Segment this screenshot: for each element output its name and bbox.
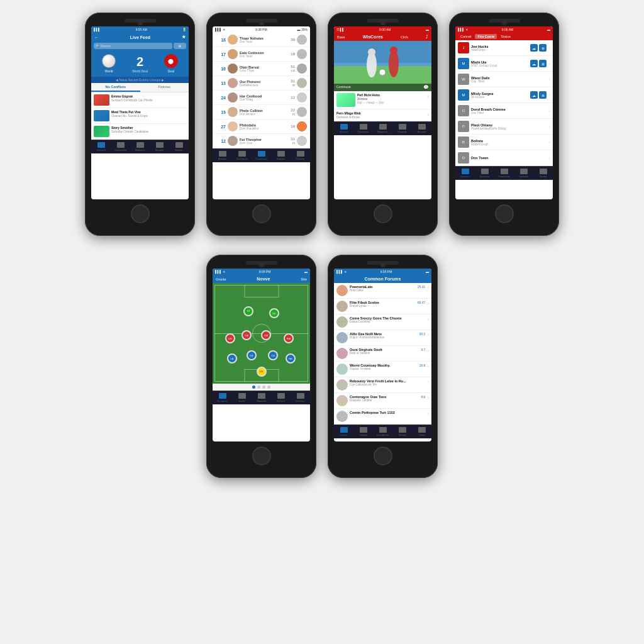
player-cb2[interactable]: CB [247,350,257,360]
forum-item-7[interactable]: Contoragos Ouw Teos Dospoito: Lhottter 9… [334,393,431,409]
feed-item-0[interactable]: Emma Gognat Sunday's Comeback Can Plexit… [91,92,189,108]
nav-squads[interactable]: Squads [150,142,169,152]
team-item-6[interactable]: B Boltote Eodal4.Drugh › [455,135,553,150]
forum-item-3[interactable]: Alllo Das Nolll Mets Dupol / Forthondort… [334,330,431,346]
stats-row-5[interactable]: 19 Phele Culltion Don Dontpor 2215 [213,105,310,119]
icon-btn-b[interactable]: ⊕ [539,44,547,52]
stats-row-7[interactable]: 12 Fat Theopher Dom Crux 3110 [213,134,310,148]
header-tab-fita[interactable]: Fita Coote [475,34,497,39]
nav4-2[interactable]: Scomest [475,169,494,178]
nav3-4[interactable]: Chaents [392,124,412,133]
player-gk[interactable]: GK [257,367,267,377]
nav5-3[interactable]: Blaontst [252,393,271,402]
stats-row-2[interactable]: 18 Olair Barsal Grba TTask 51133 [213,62,310,76]
nav-general[interactable]: General [91,142,111,152]
comment-icon[interactable]: 💬 [423,85,429,90]
forum-item-5[interactable]: Wornt Countoay Mocthy. Oupost. At tetest… [334,362,431,377]
nav3-5[interactable]: Emount [412,124,431,133]
header-tab-connel[interactable]: Connel [458,34,474,39]
novve-tab[interactable]: Novve [257,277,270,281]
nav6-2[interactable]: Transit [353,427,373,436]
nav2-1[interactable]: Articles [213,151,232,160]
nav6-5[interactable]: Trace [412,427,431,436]
nav6-1[interactable]: Inside [334,427,353,436]
click-tab[interactable]: Click [401,35,408,39]
nav6-3[interactable]: Conditions [373,427,392,436]
home-button-5[interactable] [252,447,271,465]
feed-item-2[interactable]: Story Smother Saturday Climatic Candidat… [91,124,189,140]
nav-events[interactable]: Events [169,142,189,152]
nav5-1[interactable]: Droupnts [213,393,232,402]
nav5-2[interactable]: Inomt [232,393,252,402]
stte-tab[interactable]: Stte [301,277,307,281]
nav5-5[interactable]: Comunt [291,393,310,402]
forum-item-4[interactable]: Ount Strghole Deolt Reot at Smetion 9.7 … [334,346,431,362]
nav4-3[interactable]: Comstents [494,169,514,178]
nav2-5[interactable]: Oments [291,151,310,160]
share-icon[interactable]: ⤴ [426,35,428,39]
home-button-2[interactable] [252,204,271,223]
nav4-4[interactable]: Levonte [514,169,533,178]
forum-item-2[interactable]: Come Sroccy Goos The Chunts Datoa.Comnti… [334,314,431,330]
icon-btn-3b[interactable]: ⊕ [539,91,547,99]
stats-row-3[interactable]: 13 Our Plotsost Danbided.auta 3130 [213,76,310,91]
team-item-4[interactable]: D Dond Breath Ctimme Oss Tilted › [455,103,553,119]
nav3-2[interactable]: Chements [353,124,373,133]
nav-comments[interactable]: Comments [111,142,130,152]
player-st[interactable]: ST [243,306,253,316]
team-item-1[interactable]: M Miaht Uie AT&T, Evilsup Group ☁ ⊕ › [455,56,553,72]
nav5-4[interactable]: Grcient [271,393,291,402]
player-rm[interactable]: RM [284,333,294,343]
stats-row-1[interactable]: 17 Eats Cotimson Don Team 18 [213,47,310,62]
nav3-1[interactable]: Visenst [334,124,353,133]
stats-row-4[interactable]: 24 Har Crothood Ooti TFlag 12 [213,91,310,105]
star-icon[interactable]: ★ [182,35,186,40]
nav4-1[interactable]: Isoment [455,169,475,178]
forum-item-6[interactable]: Reboutoy Virst Froilt Lelve Io Ru... Cos… [334,377,431,393]
player-cm2[interactable]: CM [242,330,252,340]
home-button-3[interactable] [374,204,392,223]
player-rb[interactable]: RB [286,353,296,364]
article-item-1[interactable]: Pern Mlage Web Donesot Arthuse › [334,109,431,121]
goatte-tab[interactable]: Goatte [216,277,226,281]
forum-item-1[interactable]: Flite Fibuk Scoles Ompot.Lyhoe 68.47 › [334,299,431,314]
tab-no-conflicts[interactable]: No Conflicts [91,83,140,92]
nav2-2[interactable]: Chements [232,151,252,160]
search-placeholder[interactable]: Search [101,44,111,48]
player-cb1[interactable]: CB [268,350,278,360]
tab-fixtures[interactable]: Fixtures [140,83,189,92]
player-lm[interactable]: LM [225,333,235,343]
nav2-4[interactable]: Ratonts [271,151,291,160]
player-cm1[interactable]: CM [261,330,271,340]
nav3-3[interactable]: Blaments [373,124,392,133]
dot-2[interactable] [262,386,265,389]
player-lb[interactable]: LB [227,353,237,364]
nav4-5[interactable]: Ownte [533,169,553,178]
wlscores-tab[interactable]: WlsCores [363,35,383,39]
icon-btn-1a[interactable]: ☁ [530,60,538,67]
nav2-3[interactable]: Scotments [252,151,271,160]
dot-0[interactable] [252,386,255,389]
dot-1[interactable] [257,386,260,389]
nav6-4[interactable]: Ntonst [392,427,412,436]
team-item-2[interactable]: W Wtest Dails Cap. Tilted › [455,72,553,87]
icon-btn-3a[interactable]: ☁ [530,91,538,99]
forum-item-8[interactable]: Comto Pothrpose Turt 1102 › [334,409,431,425]
dot-3[interactable] [267,386,270,389]
player-ss[interactable]: SS [269,308,279,318]
icon-btn-1b[interactable]: ⊕ [539,60,547,67]
filter-icon[interactable]: ⊞ [179,44,181,48]
back-icon[interactable]: ← [94,35,99,40]
forum-item-0[interactable]: PownortaLato Host Class 25.01 › [334,283,431,299]
team-item-7[interactable]: D Dno Tseen › [455,150,553,166]
nav-icons[interactable]: ◀ News Recent Events Lineups ▶ [116,78,164,82]
header-tab-status[interactable]: Status [498,34,513,39]
feed-item-1[interactable]: Meal Theta Put Vise Cleaned No. Sacred &… [91,108,189,124]
team-item-0[interactable]: J Joe Hucks Head Grips ☁ ⊕ › [455,40,553,56]
article-item-0[interactable]: Perl Mcle Hoon Alinese Rel — Head — Rel … [334,91,431,109]
home-button-1[interactable] [131,204,150,223]
stats-row-6[interactable]: 27 Philodalis Dom Ithpudiltur 16 [213,119,310,134]
icon-btn-a[interactable]: ☁ [530,44,538,52]
article-chevron-0[interactable]: › [427,93,429,100]
team-item-3[interactable]: M Mlisly Sargne All Kitchen ☁ ⊕ › [455,87,553,103]
